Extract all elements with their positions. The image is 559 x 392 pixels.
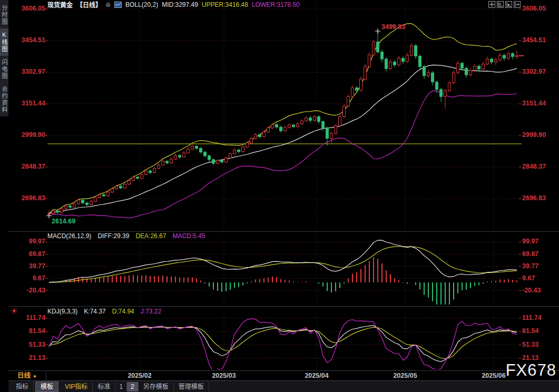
axis-label-left: 3606.05	[15, 5, 45, 13]
axis-label-left: 2848.37	[15, 163, 45, 171]
mini-chart-icon[interactable]	[114, 2, 122, 8]
period-selector[interactable]: 日线 ▲	[8, 371, 46, 380]
chart-toolbar	[488, 1, 521, 8]
axis-label-right: 9.67	[522, 275, 557, 282]
axis-label-right: 99.97	[522, 238, 557, 246]
date-label: 2025/02	[123, 372, 156, 379]
macd-macd-value: MACD:5.45	[172, 232, 205, 240]
sidebar-item-contract-info[interactable]: 合约资料	[0, 83, 8, 116]
high-annotation: 3499.83	[381, 23, 405, 31]
dropdown-arrow-icon: ▲	[33, 373, 37, 378]
x-axis-scale-icon[interactable]	[505, 1, 512, 8]
axis-label-left: 3302.97	[15, 68, 45, 76]
axis-label-right: 3606.05	[522, 5, 557, 13]
date-label: 2025/05	[388, 372, 422, 379]
axis-label-left: 9.67	[15, 275, 45, 282]
tab-manage-templates[interactable]: 管理模板	[174, 382, 209, 391]
kdj-header: KDJ(9,3,3) K:74.37 D:74.94 J:73.22	[47, 308, 161, 315]
date-label: 2025/04	[300, 372, 334, 379]
bottom-tab-bar: 指标 模板 VIP指标 标准 1 2 另存模板 管理模板	[8, 380, 559, 392]
axis-label-left: 69.87	[15, 250, 45, 258]
macd-diff-value: DIFF:29.39	[97, 232, 129, 240]
tab-template-1[interactable]: 1	[115, 382, 127, 391]
axis-label-left: 21.13	[15, 354, 45, 362]
boll-upper-value: UPPER:3416.48	[202, 1, 248, 8]
axis-label-right: 2999.90	[522, 131, 557, 139]
axis-label-right: -20.43	[522, 287, 557, 295]
axis-label-left: 111.74	[15, 314, 45, 322]
axis-label-left: -20.43	[15, 287, 45, 295]
macd-layer	[49, 240, 517, 308]
axis-label-left: 81.54	[15, 327, 45, 335]
sidebar-chart-type-group: 分时图 K线图 闪电图 合约资料	[0, 0, 8, 116]
indicator-settings-icon[interactable]	[11, 307, 17, 316]
axis-label-left: 2696.83	[15, 194, 45, 202]
axis-label-right: 3151.44	[522, 100, 557, 107]
chart-canvas[interactable]: 3499.832614.69	[0, 0, 559, 392]
kdj-d-value: D:74.94	[112, 308, 134, 315]
tab-template-2[interactable]: 2	[127, 382, 139, 391]
sidebar-item-kline-chart[interactable]: K线图	[0, 28, 8, 56]
axis-label-left: 99.97	[15, 238, 45, 246]
macd-params-label: MACD(26,12,9)	[47, 232, 91, 240]
tab-templates[interactable]: 模板	[35, 381, 58, 392]
crosshair-tool-icon[interactable]	[488, 1, 495, 8]
macd-dea-value: DEA:26.67	[135, 232, 166, 240]
tab-vip-indicators[interactable]: VIP指标	[60, 382, 93, 391]
axis-label-right: 81.54	[522, 327, 557, 335]
axis-label-right: 51.33	[522, 341, 557, 349]
boll-params-label: BOLL(20,2)	[125, 1, 158, 8]
chart-header: 现货黄金 【日线】 ⊕ BOLL(20,2) MID:3297.49 UPPER…	[47, 1, 300, 8]
axis-label-right: 39.77	[522, 262, 557, 270]
boll-lower-value: LOWER:3178.50	[252, 1, 300, 8]
candles-layer	[48, 31, 518, 215]
period-badge: 【日线】	[76, 0, 102, 9]
axis-label-left: 3454.51	[15, 36, 45, 44]
y-axis-scale-icon[interactable]	[497, 1, 504, 8]
kdj-j-value: J:73.22	[141, 308, 161, 315]
watermark: FX678	[506, 361, 556, 380]
sidebar-item-lightning-chart[interactable]: 闪电图	[0, 56, 8, 83]
axis-label-left: 51.33	[15, 341, 45, 349]
axis-label-right: 69.87	[522, 250, 557, 258]
axis-label-left: 39.77	[15, 262, 45, 270]
tab-save-template[interactable]: 另存模板	[139, 382, 174, 391]
axis-label-left: 3151.44	[15, 100, 45, 107]
boll-mid-value: MID:3297.49	[162, 1, 198, 8]
axis-label-right: 111.74	[522, 314, 557, 322]
kdj-k-value: K:74.37	[84, 308, 105, 315]
add-indicator-icon[interactable]: ⊕	[105, 1, 111, 8]
axis-label-right: 2848.37	[522, 163, 557, 171]
tab-indicators[interactable]: 指标	[11, 382, 34, 391]
boll-bands	[49, 24, 517, 218]
macd-header: MACD(26,12,9) DIFF:29.39 DEA:26.67 MACD:…	[47, 232, 205, 240]
pan-right-icon[interactable]	[514, 1, 521, 8]
date-label: 2025/03	[207, 372, 241, 379]
axis-label-right: 3302.97	[522, 68, 557, 76]
sidebar: 分时图 K线图 闪电图 合约资料	[0, 0, 8, 392]
axis-label-left: 2999.90	[15, 131, 45, 139]
axis-label-right: 2696.83	[522, 194, 557, 202]
period-selector-label: 日线	[17, 372, 31, 379]
kdj-params-label: KDJ(9,3,3)	[47, 308, 77, 315]
low-annotation: 2614.69	[52, 218, 75, 225]
symbol-name: 现货黄金	[47, 0, 73, 9]
axis-label-right: 3454.51	[522, 36, 557, 44]
sidebar-item-time-chart[interactable]: 分时图	[0, 2, 8, 28]
kdj-layer	[49, 319, 517, 371]
tab-standard[interactable]: 标准	[93, 382, 115, 391]
